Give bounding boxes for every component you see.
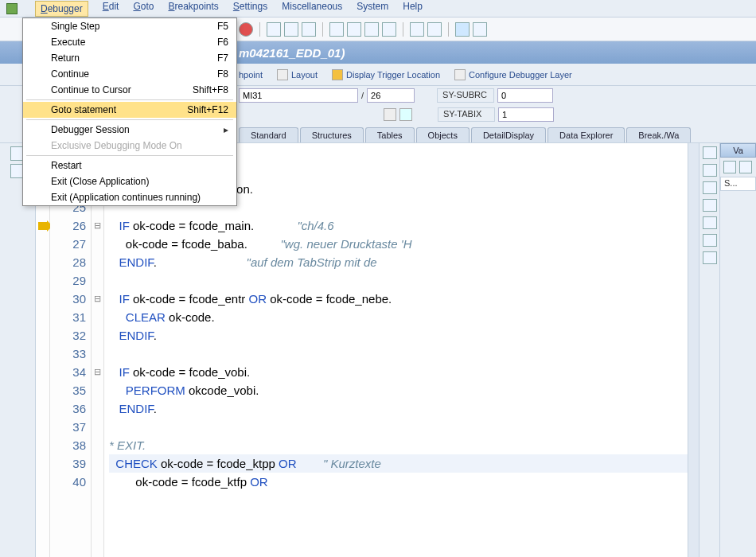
toolbar-button[interactable] [347, 22, 361, 37]
fold-toggle [92, 345, 103, 363]
menu-item-return[interactable]: ReturnF7 [23, 50, 236, 66]
variables-panel-header: Va [720, 143, 756, 158]
configure-icon [454, 69, 466, 80]
watchpoint-button[interactable]: hpoint [239, 70, 263, 80]
code-line[interactable] [109, 418, 688, 436]
tool-button[interactable] [703, 164, 717, 177]
toolbar-button[interactable] [427, 22, 442, 37]
menu-bar: DebuggerEditGotoBreakpointsSettingsMisce… [0, 0, 756, 18]
tab-detaildisplay[interactable]: DetailDisplay [471, 127, 546, 142]
menu-help[interactable]: Help [403, 1, 423, 17]
tool-button[interactable] [703, 216, 717, 229]
editor-tool-strip [699, 143, 719, 557]
toolbar-button[interactable] [329, 22, 344, 37]
menu-system[interactable]: System [357, 1, 388, 17]
menu-item-goto-statement[interactable]: Goto statementShift+F12 [23, 102, 236, 118]
tool-button[interactable] [703, 181, 717, 194]
tab-break-wa[interactable]: Break./Wa [626, 127, 691, 142]
code-line[interactable]: ok-code = fcode_ktfp OR [109, 473, 688, 491]
sy-tabix-label: SY-TABIX [438, 107, 495, 122]
debugger-dropdown: Single StepF5ExecuteF6ReturnF7ContinueF8… [22, 18, 237, 206]
find-icon[interactable] [284, 22, 298, 37]
menu-item-continue[interactable]: ContinueF8 [23, 66, 236, 82]
panel-button[interactable] [739, 161, 752, 173]
toolbar-button[interactable] [267, 22, 281, 37]
program-input[interactable] [239, 88, 358, 103]
fold-toggle [92, 381, 103, 399]
tab-objects[interactable]: Objects [416, 127, 470, 142]
code-line[interactable] [109, 345, 688, 363]
tab-data-explorer[interactable]: Data Explorer [548, 127, 625, 142]
layout-icon [277, 69, 288, 80]
menu-item-exit-close-application-[interactable]: Exit (Close Application) [23, 173, 236, 189]
menu-breakpoints[interactable]: Breakpoints [168, 1, 218, 17]
panel-button[interactable] [723, 161, 736, 173]
tool-button[interactable] [703, 199, 717, 212]
menu-goto[interactable]: Goto [133, 1, 154, 17]
fold-toggle [92, 253, 103, 271]
sy-tabix-value[interactable] [498, 107, 554, 122]
trigger-icon [332, 69, 343, 80]
menu-item-continue-to-cursor[interactable]: Continue to CursorShift+F8 [23, 82, 236, 98]
code-line[interactable]: ENDIF. "auf dem TabStrip mit de [109, 253, 688, 271]
code-line[interactable]: IF ok-code = fcode_entr OR ok-code = fco… [109, 290, 688, 308]
menu-edit[interactable]: Edit [103, 1, 119, 17]
layout-button[interactable]: Layout [277, 69, 318, 80]
fold-toggle[interactable]: ⊟ [92, 290, 103, 308]
code-line[interactable]: IF ok-code = fcode_vobi. [109, 363, 688, 381]
configure-layer-button[interactable]: Configure Debugger Layer [454, 69, 572, 80]
code-line[interactable]: * EXIT. [109, 436, 688, 454]
code-line[interactable]: IF ok-code = fcode_main. "ch/4.6 [109, 216, 688, 235]
help-icon[interactable] [455, 22, 470, 37]
info-icon[interactable] [399, 108, 412, 121]
menu-settings[interactable]: Settings [233, 1, 267, 17]
menu-item-debugger-session[interactable]: Debugger Session▸ [23, 122, 236, 138]
code-line[interactable]: ENDIF. [109, 326, 688, 345]
variables-cell[interactable]: S... [720, 177, 756, 191]
nav-icon[interactable] [384, 108, 396, 121]
vertical-scrollbar[interactable] [688, 143, 699, 557]
app-menu-icon[interactable] [6, 3, 18, 14]
sep-slash: / [361, 91, 364, 100]
tool-button[interactable] [703, 146, 717, 159]
menu-item-execute[interactable]: ExecuteF6 [23, 34, 236, 50]
display-trigger-button[interactable]: Display Trigger Location [332, 69, 440, 80]
tab-structures[interactable]: Structures [300, 127, 364, 142]
fold-toggle[interactable]: ⊟ [92, 216, 103, 235]
menu-debugger[interactable]: Debugger [35, 1, 88, 17]
variables-panel: Va S... [719, 143, 756, 557]
tab-standard[interactable]: Standard [239, 127, 298, 142]
toolbar-button[interactable] [473, 22, 487, 37]
code-line[interactable]: ENDIF. [109, 399, 688, 418]
sy-subrc-value[interactable] [497, 88, 553, 103]
code-line[interactable]: ok-code = fcode_baba. "wg. neuer Druckta… [109, 235, 688, 253]
menu-item-single-step[interactable]: Single StepF5 [23, 18, 236, 34]
fold-toggle [92, 399, 103, 418]
toolbar-button[interactable] [382, 22, 396, 37]
fold-toggle [92, 326, 103, 345]
find-next-icon[interactable] [302, 22, 316, 37]
menu-item-exit-application-continues-running-[interactable]: Exit (Application continues running) [23, 189, 236, 205]
fold-toggle [92, 454, 103, 473]
menu-miscellaneous[interactable]: Miscellaneous [282, 1, 342, 17]
sy-subrc-label: SY-SUBRC [437, 88, 494, 103]
fold-toggle [92, 271, 103, 290]
tab-tables[interactable]: Tables [365, 127, 415, 142]
toolbar-button[interactable] [364, 22, 379, 37]
line-input[interactable] [367, 88, 415, 103]
tool-button[interactable] [703, 234, 717, 247]
code-line[interactable] [109, 271, 688, 290]
toolbar-button[interactable] [410, 22, 424, 37]
stop-icon[interactable] [239, 22, 253, 37]
code-line[interactable]: CLEAR ok-code. [109, 308, 688, 326]
fold-toggle[interactable]: ⊟ [92, 363, 103, 381]
fold-toggle [92, 418, 103, 436]
title-text: m042161_EDD_01) [239, 46, 345, 60]
tool-button[interactable] [703, 251, 717, 264]
menu-item-restart[interactable]: Restart [23, 158, 236, 173]
fold-toggle [92, 436, 103, 454]
fold-toggle [92, 473, 103, 491]
code-line[interactable]: CHECK ok-code = fcode_ktpp OR " Kurztext… [109, 454, 688, 473]
fold-toggle [92, 308, 103, 326]
code-line[interactable]: PERFORM okcode_vobi. [109, 381, 688, 399]
